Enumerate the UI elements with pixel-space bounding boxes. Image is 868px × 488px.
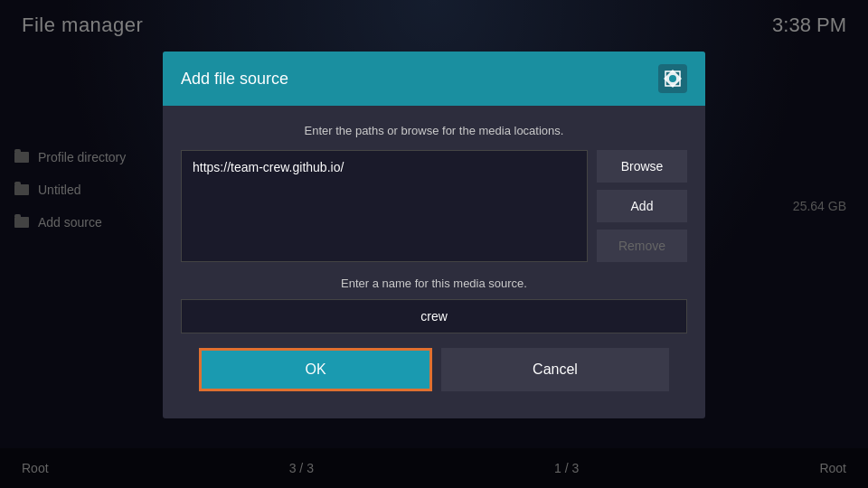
dialog-body: Enter the paths or browse for the media … — [163, 106, 705, 418]
cancel-button[interactable]: Cancel — [441, 348, 669, 391]
path-instruction: Enter the paths or browse for the media … — [181, 124, 687, 137]
path-input-area[interactable]: https://team-crew.github.io/ — [181, 150, 588, 262]
add-file-source-dialog: Add file source Enter the paths or brows… — [163, 52, 705, 418]
browse-button[interactable]: Browse — [597, 150, 687, 183]
path-section: https://team-crew.github.io/ Browse Add … — [181, 150, 687, 262]
name-instruction: Enter a name for this media source. — [181, 277, 687, 290]
add-button[interactable]: Add — [597, 190, 687, 222]
dialog-overlay: Add file source Enter the paths or brows… — [0, 0, 868, 488]
dialog-footer-buttons: OK Cancel — [181, 348, 687, 409]
path-buttons: Browse Add Remove — [597, 150, 687, 262]
dialog-header: Add file source — [163, 52, 705, 106]
svg-point-3 — [669, 75, 676, 82]
path-url-value: https://team-crew.github.io/ — [193, 160, 344, 174]
remove-button[interactable]: Remove — [597, 230, 687, 262]
dialog-title: Add file source — [181, 70, 288, 89]
kodi-logo-icon — [658, 64, 687, 93]
media-source-name-input[interactable] — [181, 299, 687, 333]
ok-button[interactable]: OK — [199, 348, 432, 391]
